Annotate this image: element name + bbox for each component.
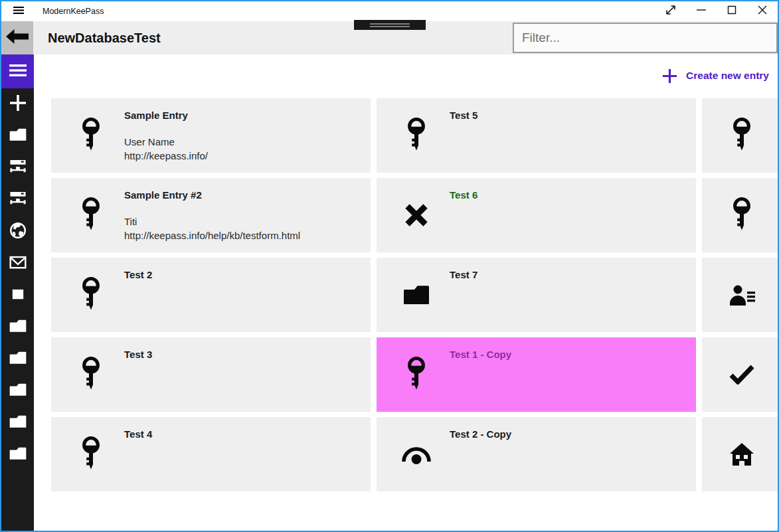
entry-card[interactable]: Sample Entry #2 Titi http://keepass.info… — [51, 178, 371, 252]
window-controls — [655, 1, 778, 21]
entry-url: http://keepass.info/help/kb/testform.htm… — [124, 228, 367, 242]
sidebar-hamburger-button[interactable] — [1, 54, 34, 88]
sidebar-folder-button-4[interactable] — [1, 375, 34, 407]
entry-title: Test 5 — [450, 109, 692, 122]
network-icon — [9, 159, 27, 177]
sidebar-network-button-1[interactable] — [1, 152, 34, 184]
folder-icon — [9, 415, 27, 431]
key-icon — [400, 337, 432, 412]
sidebar-folder-button-2[interactable] — [1, 311, 34, 343]
entry-card[interactable] — [702, 337, 778, 412]
back-arrow-icon — [6, 28, 29, 48]
sidebar-folder-button-6[interactable] — [1, 439, 34, 471]
sidebar-square-button[interactable] — [1, 280, 34, 311]
entry-card[interactable] — [702, 417, 778, 491]
key-icon — [75, 98, 107, 173]
entry-card[interactable] — [702, 258, 778, 332]
contact-icon — [726, 258, 758, 332]
entry-title: Sample Entry — [124, 109, 367, 122]
plus-icon — [662, 68, 677, 84]
entry-title: Sample Entry #2 — [124, 189, 367, 202]
network-icon — [9, 191, 27, 209]
close-icon — [756, 3, 769, 19]
create-new-entry-button[interactable]: Create new entry — [662, 66, 769, 85]
main-content: Create new entry Sample Entry User Name … — [34, 54, 778, 531]
view-icon — [400, 417, 432, 491]
entry-title: Test 2 — [124, 268, 367, 282]
titlebar-hamburger-button[interactable] — [11, 5, 27, 18]
window-close-button[interactable] — [747, 1, 778, 21]
folder-icon — [9, 351, 27, 367]
entry-url: http://keepass.info/ — [124, 149, 367, 163]
plus-icon — [9, 94, 27, 114]
home-icon — [726, 417, 758, 491]
entry-title: Test 2 - Copy — [450, 428, 692, 441]
entry-card[interactable]: Test 6 — [377, 178, 696, 252]
header-drag-strip — [354, 20, 426, 30]
entry-card[interactable]: Test 7 — [377, 258, 696, 332]
app-title: ModernKeePass — [43, 1, 104, 21]
key-icon — [400, 98, 432, 173]
key-icon — [726, 178, 758, 252]
key-icon — [75, 258, 107, 332]
square-icon — [9, 287, 27, 304]
entry-card[interactable]: Test 3 — [51, 337, 371, 412]
entry-card[interactable] — [702, 178, 778, 252]
entry-title: Test 6 — [450, 189, 692, 202]
folder-icon — [400, 258, 432, 332]
folder-icon — [9, 447, 27, 463]
folder-icon — [9, 128, 27, 144]
window-resize-button[interactable] — [655, 1, 686, 21]
entry-card[interactable]: Test 4 — [51, 417, 371, 491]
sidebar-folder-button-5[interactable] — [1, 407, 34, 439]
key-icon — [75, 417, 107, 491]
sidebar — [1, 54, 34, 531]
titlebar: ModernKeePass — [1, 1, 778, 21]
entry-title: Test 3 — [124, 348, 367, 361]
sidebar-folder-button-3[interactable] — [1, 343, 34, 375]
filter-box — [513, 23, 778, 53]
entry-card[interactable]: Test 2 — [51, 258, 371, 332]
folder-icon — [9, 383, 27, 399]
maximize-icon — [725, 3, 738, 19]
key-icon — [726, 98, 758, 173]
window-maximize-button[interactable] — [717, 1, 747, 21]
folder-icon — [9, 319, 27, 335]
check-icon — [726, 337, 758, 412]
entry-card[interactable]: Sample Entry User Name http://keepass.in… — [51, 98, 371, 173]
key-icon — [75, 178, 107, 252]
mail-icon — [9, 256, 27, 272]
sidebar-globe-button[interactable] — [1, 216, 34, 248]
x-icon — [400, 178, 432, 252]
entry-card[interactable]: Test 2 - Copy — [377, 417, 696, 491]
resize-icon — [664, 3, 677, 19]
sidebar-folder-button-1[interactable] — [1, 120, 34, 152]
back-button[interactable] — [1, 21, 33, 54]
window-minimize-button[interactable] — [686, 1, 717, 21]
entries-grid: Sample Entry User Name http://keepass.in… — [51, 98, 778, 491]
key-icon — [75, 337, 107, 412]
minimize-icon — [695, 3, 708, 19]
sidebar-network-button-2[interactable] — [1, 184, 34, 216]
database-title: NewDatabaseTest — [48, 21, 161, 54]
sidebar-add-button[interactable] — [1, 88, 34, 120]
entry-card-selected[interactable]: Test 1 - Copy — [377, 337, 696, 412]
app-window: ModernKeePass NewDatabaseTest — [0, 0, 779, 532]
entry-title: Test 1 - Copy — [450, 348, 692, 361]
globe-icon — [9, 222, 27, 242]
hamburger-icon — [9, 64, 27, 80]
entry-username: User Name — [124, 135, 367, 149]
hamburger-icon — [13, 5, 24, 17]
filter-input[interactable] — [513, 23, 778, 53]
sidebar-mail-button[interactable] — [1, 248, 34, 280]
entry-username: Titi — [124, 215, 367, 228]
entry-card[interactable]: Test 5 — [377, 98, 696, 173]
entry-title: Test 7 — [450, 268, 692, 282]
entry-card[interactable] — [702, 98, 778, 173]
create-new-entry-label: Create new entry — [686, 70, 769, 82]
entry-title: Test 4 — [124, 428, 367, 441]
